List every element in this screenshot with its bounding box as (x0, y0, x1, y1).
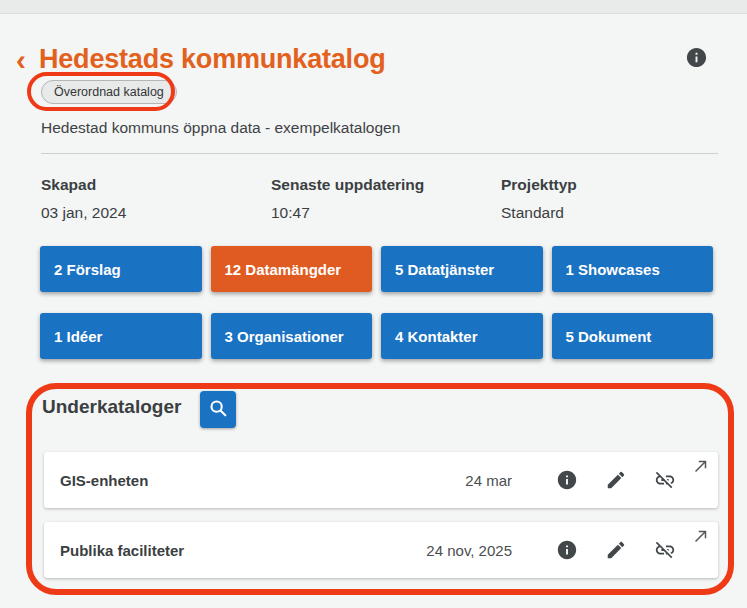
divider (41, 153, 718, 154)
subcatalog-name: GIS-enheten (60, 472, 465, 489)
top-window-strip (0, 0, 747, 14)
search-icon (207, 397, 229, 422)
subcatalog-row-gis-enheten[interactable]: GIS-enheten 24 mar (44, 452, 718, 508)
meta-label: Senaste uppdatering (271, 176, 501, 194)
meta-label: Skapad (41, 176, 271, 194)
row-unlink-button[interactable] (654, 539, 676, 561)
subcatalogs-heading: Underkataloger (42, 396, 181, 418)
row-actions (556, 469, 676, 491)
counter-kontakter-button[interactable]: 4 Kontakter (381, 313, 543, 359)
subcatalog-date: 24 mar (465, 472, 512, 489)
counter-organisationer-button[interactable]: 3 Organisationer (211, 313, 373, 359)
meta-label: Projekttyp (501, 176, 577, 194)
counter-buttons-grid: 2 Förslag 12 Datamängder 5 Datatjänster … (40, 246, 713, 359)
edit-pencil-icon (605, 539, 627, 561)
info-icon (556, 539, 578, 561)
info-icon (556, 469, 578, 491)
edit-pencil-icon (605, 469, 627, 491)
row-open-external-button[interactable] (692, 526, 712, 546)
row-info-button[interactable] (556, 469, 578, 491)
subcatalogs-search-button[interactable] (200, 391, 236, 428)
link-off-icon (654, 539, 676, 561)
link-off-icon (654, 469, 676, 491)
metadata-row: Skapad 03 jan, 2024 Senaste uppdatering … (41, 176, 577, 222)
back-button[interactable]: ‹ (16, 47, 26, 73)
parent-catalog-badge: Överordnad katalog (41, 80, 177, 104)
catalog-info-button[interactable] (685, 46, 708, 69)
meta-col-updated: Senaste uppdatering 10:47 (271, 176, 501, 222)
page-header: ‹ Hedestads kommunkatalog (16, 44, 386, 75)
counter-datatjanster-button[interactable]: 5 Datatjänster (381, 246, 543, 292)
meta-value: Standard (501, 204, 577, 222)
meta-col-projecttype: Projekttyp Standard (501, 176, 577, 222)
counter-datamangder-button[interactable]: 12 Datamängder (211, 246, 373, 292)
row-unlink-button[interactable] (654, 469, 676, 491)
row-open-external-button[interactable] (692, 456, 712, 476)
catalog-detail-page: ‹ Hedestads kommunkatalog Överordnad kat… (0, 0, 747, 608)
counter-showcases-button[interactable]: 1 Showcases (552, 246, 714, 292)
counter-ideer-button[interactable]: 1 Idéer (40, 313, 202, 359)
row-info-button[interactable] (556, 539, 578, 561)
counter-forslag-button[interactable]: 2 Förslag (40, 246, 202, 292)
subcatalog-date: 24 nov, 2025 (426, 542, 512, 559)
counter-dokument-button[interactable]: 5 Dokument (552, 313, 714, 359)
open-external-arrow-icon (692, 527, 712, 545)
row-edit-button[interactable] (605, 539, 627, 561)
info-icon (685, 46, 708, 69)
row-actions (556, 539, 676, 561)
meta-value: 03 jan, 2024 (41, 204, 271, 222)
page-title: Hedestads kommunkatalog (39, 44, 386, 75)
subcatalog-row-publika-faciliteter[interactable]: Publika faciliteter 24 nov, 2025 (44, 522, 718, 578)
subcatalog-name: Publika faciliteter (60, 542, 426, 559)
open-external-arrow-icon (692, 457, 712, 475)
meta-col-created: Skapad 03 jan, 2024 (41, 176, 271, 222)
meta-value: 10:47 (271, 204, 501, 222)
row-edit-button[interactable] (605, 469, 627, 491)
catalog-description: Hedestad kommuns öppna data - exempelkat… (41, 119, 400, 137)
